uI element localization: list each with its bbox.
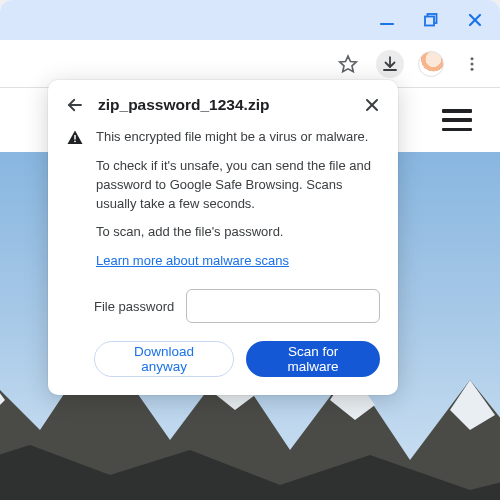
- popover-close-icon[interactable]: [364, 97, 380, 113]
- popover-filename: zip_password_1234.zip: [98, 96, 350, 114]
- window-titlebar: [0, 0, 500, 40]
- popover-button-row: Download anyway Scan for malware: [66, 341, 380, 377]
- warning-triangle-icon: [66, 128, 84, 281]
- password-label: File password: [94, 299, 174, 314]
- svg-point-8: [471, 57, 474, 60]
- file-password-input[interactable]: [186, 289, 380, 323]
- profile-avatar[interactable]: [418, 51, 444, 77]
- restore-button[interactable]: [420, 9, 442, 31]
- svg-point-10: [471, 67, 474, 70]
- star-icon[interactable]: [334, 50, 362, 78]
- back-arrow-icon[interactable]: [66, 96, 84, 114]
- svg-rect-22: [74, 141, 76, 143]
- svg-marker-5: [340, 56, 357, 72]
- password-field-row: File password: [66, 289, 380, 323]
- warning-text: This encrypted file might be a virus or …: [96, 128, 380, 147]
- svg-point-9: [471, 62, 474, 65]
- explain-text: To check if it's unsafe, you can send th…: [96, 157, 380, 214]
- kebab-menu-icon[interactable]: [458, 50, 486, 78]
- browser-window: zip_password_1234.zip This encrypted fil…: [0, 0, 500, 500]
- learn-more-link[interactable]: Learn more about malware scans: [96, 253, 289, 268]
- download-anyway-button[interactable]: Download anyway: [94, 341, 234, 377]
- window-close-button[interactable]: [464, 9, 486, 31]
- svg-rect-21: [74, 135, 76, 140]
- instruction-text: To scan, add the file's password.: [96, 223, 380, 242]
- scan-for-malware-button[interactable]: Scan for malware: [246, 341, 380, 377]
- hamburger-menu-icon[interactable]: [442, 109, 472, 131]
- download-icon[interactable]: [376, 50, 404, 78]
- minimize-button[interactable]: [376, 9, 398, 31]
- svg-rect-2: [425, 17, 434, 26]
- download-warning-popover: zip_password_1234.zip This encrypted fil…: [48, 80, 398, 395]
- popover-header: zip_password_1234.zip: [66, 96, 380, 114]
- popover-body: This encrypted file might be a virus or …: [66, 128, 380, 281]
